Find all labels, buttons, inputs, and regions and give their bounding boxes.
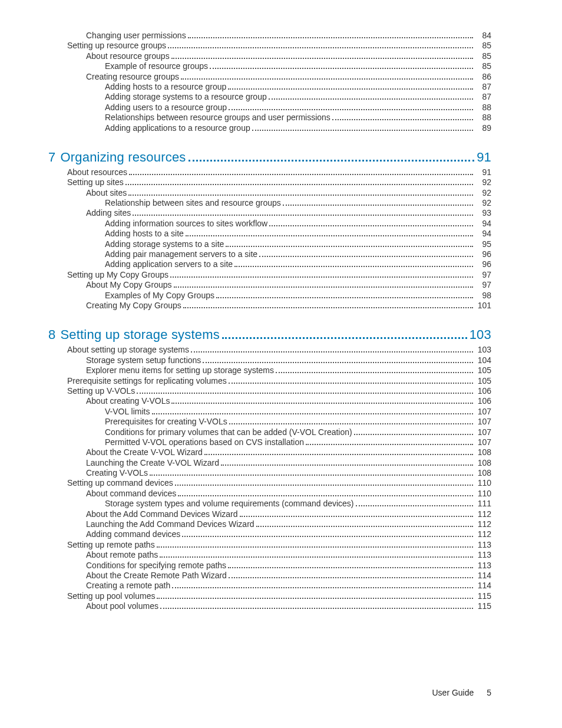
toc-entry[interactable]: Example of resource groups85 [48,61,491,71]
toc-entry[interactable]: Conditions for primary volumes that can … [48,427,491,437]
toc-entry[interactable]: About the Create Remote Path Wizard114 [48,571,491,581]
toc-entry[interactable]: Adding command devices112 [48,529,491,539]
toc-entry[interactable]: About command devices110 [48,489,491,499]
toc-entry[interactable]: Explorer menu items for setting up stora… [48,365,491,375]
dot-leader [182,536,473,537]
toc-entry[interactable]: Setting up command devices110 [48,478,491,488]
toc-entry[interactable]: About the Add Command Devices Wizard112 [48,509,491,519]
toc-entry[interactable]: Permitted V-VOL operations based on CVS … [48,437,491,447]
chapter-heading-8[interactable]: 8 Setting up storage systems 103 [48,327,491,342]
toc-entry-page: 88 [475,113,491,122]
toc-entry-title: About resources [67,167,127,177]
toc-entry[interactable]: Setting up pool volumes115 [48,591,491,601]
dot-leader [174,286,473,288]
toc-entry[interactable]: Adding information sources to sites work… [48,219,491,229]
toc-entry[interactable]: Relationships between resource groups an… [48,113,491,123]
toc-entry-title: Examples of My Copy Groups [105,291,214,300]
toc-entry-title: Launching the Create V-VOL Wizard [86,458,219,467]
page-footer: User Guide 5 [432,688,492,697]
toc-entry[interactable]: Adding hosts to a resource group87 [48,82,491,92]
toc-entry[interactable]: V-VOL limits107 [48,407,491,417]
toc-entry-page: 113 [475,550,491,559]
toc-entry[interactable]: Adding sites93 [48,208,491,218]
toc-entry[interactable]: Examples of My Copy Groups98 [48,291,491,301]
toc-entry-title: Setting up sites [67,177,124,187]
toc-entry-title: Creating a remote path [86,581,170,590]
toc-entry-page: 105 [475,376,491,386]
toc-entry-page: 110 [475,489,491,498]
toc-entry-page: 96 [475,249,491,259]
dot-leader [256,526,473,527]
toc-entry-title: Prerequisites for creating V-VOLs [105,417,227,426]
toc-entry[interactable]: Prerequisite settings for replicating vo… [48,376,491,386]
toc-entry-title: Storage system types and volume requirem… [105,499,354,508]
toc-entry[interactable]: Creating resource groups86 [48,72,491,82]
toc-entry-page: 86 [475,72,491,81]
toc-entry[interactable]: Launching the Create V-VOL Wizard108 [48,458,491,468]
toc-entry-page: 108 [475,468,491,477]
toc-entry[interactable]: Creating My Copy Groups101 [48,301,491,311]
toc-entry[interactable]: Prerequisites for creating V-VOLs107 [48,417,491,427]
toc-entry[interactable]: Adding users to a resource group88 [48,103,491,113]
toc-entry-page: 106 [475,396,491,406]
toc-entry[interactable]: About setting up storage systems103 [48,345,491,355]
toc-entry[interactable]: Adding applications to a resource group8… [48,123,491,133]
toc-entry[interactable]: Storage system setup functions104 [48,355,491,365]
toc-entry[interactable]: Launching the Add Command Devices Wizard… [48,519,491,529]
toc-entry-page: 101 [475,301,491,310]
toc-entry-title: Changing user permissions [86,31,186,40]
toc-entry[interactable]: Conditions for specifying remote paths11… [48,561,491,571]
toc-entry[interactable]: Creating a remote path114 [48,581,491,591]
toc-entry[interactable]: Setting up V-VOLs106 [48,386,491,396]
dot-leader [229,577,473,578]
toc-entry-title: Adding hosts to a site [105,229,184,238]
toc-entry-page: 115 [475,591,491,601]
dot-leader [129,174,473,175]
chapter-title: Setting up storage systems [60,327,220,342]
toc-entry[interactable]: Setting up sites92 [48,177,491,187]
toc-entry[interactable]: About resources91 [48,167,491,177]
toc-entry[interactable]: Setting up My Copy Groups97 [48,270,491,280]
chapter-page: 103 [470,327,491,342]
dot-leader [269,225,473,226]
dot-leader [171,58,473,59]
toc-entry-title: Prerequisite settings for replicating vo… [67,376,227,386]
toc-entry[interactable]: Setting up remote paths113 [48,540,491,550]
toc-entry[interactable]: Setting up resource groups85 [48,41,491,51]
dot-leader [178,495,473,496]
toc-entry[interactable]: About sites92 [48,188,491,198]
toc-entry[interactable]: About the Create V-VOL Wizard108 [48,447,491,457]
toc-entry[interactable]: Changing user permissions84 [48,31,491,41]
toc-entry[interactable]: Adding storage systems to a site95 [48,239,491,249]
dot-leader [150,475,473,476]
toc-entry[interactable]: Adding storage systems to a resource gro… [48,92,491,102]
toc-entry[interactable]: About pool volumes115 [48,601,491,611]
toc-entry[interactable]: About creating V-VOLs106 [48,396,491,406]
chapter-heading-7[interactable]: 7 Organizing resources 91 [48,150,491,165]
toc-entry-page: 88 [475,103,491,112]
toc-entry-page: 108 [475,458,491,467]
toc-entry-page: 112 [475,519,491,529]
toc-entry-page: 113 [475,561,491,570]
dot-leader [186,235,473,236]
toc-entry-page: 85 [475,51,491,61]
toc-entry-title: Adding applications to a resource group [105,123,250,133]
dot-leader [283,205,473,206]
toc-entry[interactable]: Relationship between sites and resource … [48,198,491,208]
dot-leader [228,567,473,568]
toc-entry[interactable]: About resource groups85 [48,51,491,61]
toc-entry[interactable]: Adding application servers to a site96 [48,259,491,269]
dot-leader [175,485,473,486]
toc-entry[interactable]: About My Copy Groups97 [48,280,491,290]
toc-entry[interactable]: Adding pair management servers to a site… [48,249,491,259]
toc-entry[interactable]: Storage system types and volume requirem… [48,499,491,509]
toc-entry-page: 108 [475,447,491,457]
toc-entry-title: Adding storage systems to a resource gro… [105,92,267,101]
toc-entry[interactable]: Creating V-VOLs108 [48,468,491,478]
toc-entry-title: V-VOL limits [105,407,150,416]
toc-entry-page: 85 [475,41,491,50]
toc-entry[interactable]: Adding hosts to a site94 [48,229,491,239]
toc-entry[interactable]: About remote paths113 [48,550,491,560]
toc-entry-title: Setting up command devices [67,478,173,487]
toc-entry-title: Adding storage systems to a site [105,239,224,249]
